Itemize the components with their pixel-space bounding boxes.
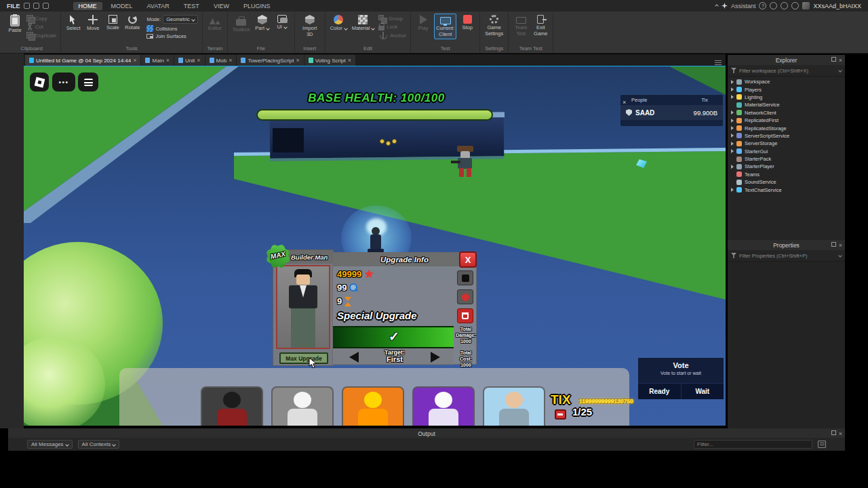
color-button[interactable]: Color: [329, 14, 349, 33]
toolbox-button[interactable]: Toolbox: [231, 14, 252, 35]
expand-arrow-icon[interactable]: [731, 134, 736, 138]
target-next-button[interactable]: [431, 352, 440, 363]
doc-tab-place[interactable]: Untitled td Game @ 04 Sep 2024 14:44: [25, 55, 140, 66]
paste-button[interactable]: Paste: [6, 14, 24, 35]
team-test-button[interactable]: TeamTest: [512, 14, 530, 38]
tab-avatar[interactable]: AVATAR: [142, 2, 175, 10]
tab-plugins[interactable]: PLUGINS: [238, 2, 276, 10]
ready-button[interactable]: Ready: [638, 384, 682, 399]
close-icon[interactable]: [839, 430, 842, 437]
tower-slot-5[interactable]: [483, 386, 545, 426]
stop-button[interactable]: Stop: [458, 14, 476, 33]
ui-button[interactable]: UI: [273, 14, 291, 32]
leaderboard-close-icon[interactable]: [623, 95, 626, 107]
notifications-icon[interactable]: [781, 2, 788, 9]
select-tool-button[interactable]: Select: [64, 14, 82, 33]
float-panel-icon[interactable]: [831, 242, 836, 247]
expand-arrow-icon[interactable]: [731, 142, 736, 146]
roblox-menu-button[interactable]: [30, 73, 49, 92]
wait-button[interactable]: Wait: [682, 384, 724, 399]
expand-arrow-icon[interactable]: [731, 119, 736, 123]
history-icon[interactable]: [770, 2, 777, 9]
expand-arrow-icon[interactable]: [731, 188, 736, 192]
tabbar-menu-icon[interactable]: [715, 60, 722, 66]
sell-button[interactable]: [457, 308, 473, 323]
explorer-item-replicatedfirst[interactable]: ReplicatedFirst: [728, 117, 845, 124]
copy-button[interactable]: Copy: [26, 15, 57, 22]
import-3d-button[interactable]: Import 3D: [298, 14, 321, 39]
doc-tab-towerplacingscript[interactable]: TowerPlacingScript: [237, 55, 303, 66]
duplicate-button[interactable]: Duplicate: [26, 32, 57, 39]
doc-tab-unit[interactable]: Unit: [174, 55, 205, 66]
collapse-ribbon-icon[interactable]: [715, 4, 719, 8]
chat-button[interactable]: [78, 73, 98, 92]
explorer-item-players[interactable]: Players: [728, 85, 845, 93]
move-tool-button[interactable]: Move: [84, 14, 102, 33]
placed-tower[interactable]: [367, 227, 384, 253]
terrain-editor-button[interactable]: Editor: [206, 14, 224, 33]
game-viewport[interactable]: BASE HEALTH: 100/100 People Tix SAAD 99.…: [24, 66, 726, 426]
explorer-item-starterplayer[interactable]: StarterPlayer: [728, 163, 845, 170]
redo-icon[interactable]: [43, 3, 49, 9]
play-button[interactable]: Play: [414, 14, 432, 33]
float-panel-icon[interactable]: [831, 430, 836, 435]
tower-slot-1[interactable]: [201, 386, 263, 426]
close-icon[interactable]: [197, 57, 200, 64]
explorer-item-textchatservice[interactable]: TextChatService: [728, 186, 845, 193]
file-menu[interactable]: FILE: [7, 3, 20, 9]
output-filter-input[interactable]: [694, 440, 812, 449]
word-wrap-icon[interactable]: [818, 441, 826, 448]
target-prev-button[interactable]: [349, 352, 359, 363]
expand-arrow-icon[interactable]: [731, 80, 736, 84]
properties-filter-input[interactable]: [739, 253, 834, 259]
close-icon[interactable]: [133, 57, 136, 64]
expand-arrow-icon[interactable]: [731, 165, 736, 169]
material-button[interactable]: Material: [351, 14, 376, 33]
expand-arrow-icon[interactable]: [731, 110, 736, 115]
close-icon[interactable]: [296, 57, 299, 64]
scale-tool-button[interactable]: Scale: [104, 14, 121, 33]
explorer-filter-input[interactable]: [739, 68, 834, 74]
help-icon[interactable]: ?: [759, 2, 766, 9]
close-icon[interactable]: [229, 57, 232, 64]
tab-test[interactable]: TEST: [178, 2, 205, 10]
float-panel-icon[interactable]: [831, 57, 836, 62]
anchor-button[interactable]: Anchor: [378, 32, 407, 39]
tab-model[interactable]: MODEL: [106, 2, 138, 10]
audio-icon[interactable]: [791, 2, 799, 9]
explorer-item-materialservice[interactable]: MaterialService: [728, 101, 845, 108]
join-surfaces-toggle[interactable]: Join Surfaces: [146, 33, 198, 39]
close-icon[interactable]: [839, 57, 842, 64]
bomb-button[interactable]: [457, 289, 473, 304]
explorer-item-serverstorage[interactable]: ServerStorage: [728, 140, 845, 147]
explorer-item-startergui[interactable]: StarterGui: [728, 148, 845, 155]
explorer-item-lighting[interactable]: Lighting: [728, 94, 845, 101]
explorer-item-workspace[interactable]: Workspace: [728, 78, 845, 85]
tab-view[interactable]: VIEW: [208, 2, 235, 10]
explorer-item-serverscriptservice[interactable]: ServerScriptService: [728, 132, 845, 140]
puzzle-button[interactable]: [457, 270, 473, 285]
mode-dropdown[interactable]: Geometric: [163, 15, 198, 24]
undo-icon[interactable]: [33, 3, 39, 9]
close-icon[interactable]: [166, 57, 170, 64]
all-messages-dropdown[interactable]: All Messages: [27, 440, 73, 449]
current-client-button[interactable]: Current:Client: [434, 14, 456, 39]
tower-slot-4[interactable]: [412, 386, 475, 426]
max-upgrade-button[interactable]: Max Upgrade: [279, 352, 328, 364]
rotate-tool-button[interactable]: Rotate: [123, 14, 141, 33]
doc-tab-mob[interactable]: Mob: [205, 55, 237, 66]
expand-arrow-icon[interactable]: [731, 95, 736, 99]
explorer-item-starterpack[interactable]: StarterPack: [728, 155, 845, 163]
explorer-item-networkclient[interactable]: NetworkClient: [728, 109, 845, 117]
leaderboard-row[interactable]: SAAD 99.900B: [620, 105, 723, 120]
tab-home[interactable]: HOME: [73, 2, 102, 10]
upgrade-close-button[interactable]: X: [459, 251, 477, 268]
explorer-item-soundservice[interactable]: SoundService: [728, 178, 845, 186]
username[interactable]: XXsAAd_bHAIXX: [813, 3, 861, 9]
explorer-item-teams[interactable]: Teams: [728, 171, 845, 178]
save-icon[interactable]: [24, 3, 30, 9]
lock-button[interactable]: Lock: [378, 23, 407, 30]
more-button[interactable]: [52, 73, 75, 92]
game-settings-button[interactable]: GameSettings: [484, 14, 505, 38]
chevron-down-icon[interactable]: [838, 68, 842, 73]
